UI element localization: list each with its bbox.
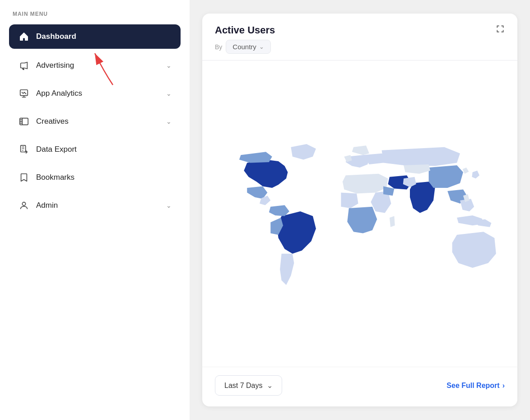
active-users-card: Active Users By Country ⌄: [202, 14, 517, 406]
sidebar-item-dashboard[interactable]: Dashboard: [9, 24, 181, 49]
by-label: By: [215, 43, 222, 51]
bookmarks-label: Bookmarks: [36, 173, 172, 182]
russia: [382, 147, 460, 166]
app-analytics-icon: [18, 88, 30, 99]
home-icon: [18, 31, 30, 42]
world-map: [209, 138, 510, 294]
data-export-icon: [18, 144, 30, 155]
sidebar-item-bookmarks[interactable]: Bookmarks: [9, 164, 181, 191]
svg-point-4: [22, 202, 25, 205]
sidebar-item-data-export[interactable]: Data Export: [9, 136, 181, 163]
sidebar: MAIN MENU Dashboard Advertising ⌄: [0, 0, 190, 420]
sidebar-item-creatives[interactable]: Creatives ⌄: [9, 108, 181, 135]
card-header: Active Users By Country ⌄: [202, 14, 517, 54]
bookmarks-icon: [18, 172, 30, 183]
map-container: [202, 61, 517, 367]
chevron-down-icon: ⌄: [166, 62, 172, 69]
chevron-down-icon: ⌄: [166, 202, 172, 209]
chevron-down-icon: ⌄: [267, 381, 273, 390]
card-title-section: Active Users By Country ⌄: [215, 24, 275, 54]
card-title: Active Users: [215, 24, 275, 36]
dashboard-label: Dashboard: [36, 32, 76, 41]
chevron-down-icon: ⌄: [259, 43, 264, 50]
sidebar-item-admin[interactable]: Admin ⌄: [9, 192, 181, 219]
expand-icon[interactable]: [496, 24, 505, 33]
country-filter-label: Country: [232, 43, 256, 51]
card-subtitle-row: By Country ⌄: [215, 40, 275, 54]
time-filter-label: Last 7 Days: [224, 382, 262, 390]
main-content: Active Users By Country ⌄: [190, 0, 530, 420]
time-filter-dropdown[interactable]: Last 7 Days ⌄: [215, 375, 282, 396]
sidebar-item-advertising[interactable]: Advertising ⌄: [9, 52, 181, 79]
admin-label: Admin: [36, 201, 166, 210]
card-footer: Last 7 Days ⌄ See Full Report ›: [202, 367, 517, 406]
app-analytics-label: App Analytics: [36, 89, 166, 98]
data-export-label: Data Export: [36, 145, 172, 154]
advertising-icon: [18, 60, 30, 71]
country-filter-dropdown[interactable]: Country ⌄: [226, 40, 271, 54]
arrow-right-icon: ›: [502, 382, 505, 390]
creatives-label: Creatives: [36, 117, 166, 126]
chevron-down-icon: ⌄: [166, 118, 172, 125]
see-full-report-label: See Full Report: [446, 382, 499, 390]
main-menu-label: MAIN MENU: [9, 11, 181, 17]
see-full-report-link[interactable]: See Full Report ›: [446, 382, 505, 390]
advertising-label: Advertising: [36, 61, 166, 70]
creatives-icon: [18, 116, 30, 127]
sidebar-item-app-analytics[interactable]: App Analytics ⌄: [9, 80, 181, 107]
chevron-down-icon: ⌄: [166, 90, 172, 97]
admin-icon: [18, 200, 30, 211]
